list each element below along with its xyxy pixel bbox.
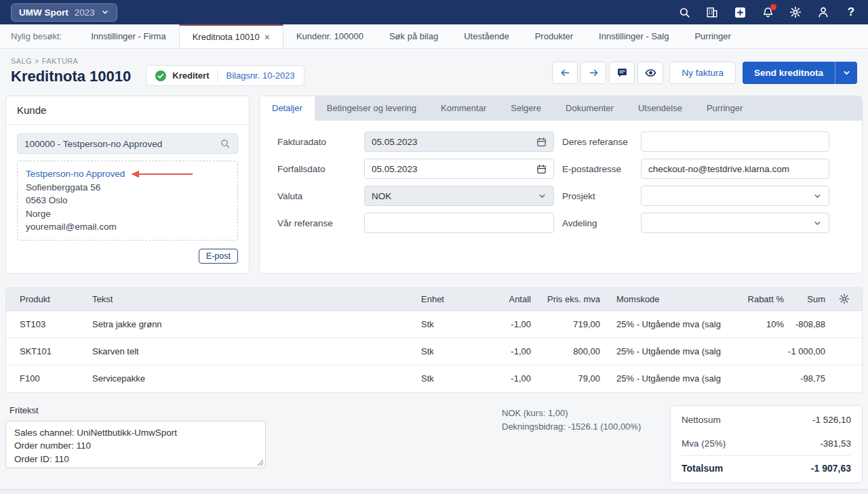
send-options-button[interactable] (835, 62, 857, 84)
chevron-down-icon (538, 192, 547, 201)
check-circle-icon (155, 70, 166, 81)
close-icon[interactable]: × (264, 32, 270, 43)
fritekst-label: Fritekst (9, 405, 266, 415)
fakturadato-input[interactable]: 05.05.2023 (364, 131, 554, 152)
fiscal-year: 2023 (75, 7, 95, 18)
recent-items: Innstillinger - Firma Kreditnota 10010 ×… (78, 24, 744, 48)
tab-betingelser-og-levering[interactable]: Betingelser og levering (315, 96, 429, 121)
recent-item-kreditnota-active[interactable]: Kreditnota 10010 × (179, 24, 283, 48)
tab-purringer[interactable]: Purringer (694, 96, 755, 121)
header-actions: Ny faktura Send kreditnota (552, 62, 857, 84)
nettosum-row: Nettosum -1 526,10 (682, 408, 851, 432)
user-icon[interactable] (817, 6, 829, 18)
recent-item-sok-pa-bilag[interactable]: Søk på bilag (376, 24, 451, 48)
tab-dokumenter[interactable]: Dokumenter (553, 96, 626, 121)
recent-item-produkter[interactable]: Produkter (522, 24, 586, 48)
customer-search-input[interactable]: 100000 - Testperson-no Approved (17, 133, 238, 154)
col-enhet: Enhet (421, 294, 475, 304)
col-tekst: Tekst (92, 294, 421, 304)
search-icon (220, 138, 231, 149)
deres-referanse-input[interactable] (641, 131, 829, 152)
send-creditnote-button[interactable]: Send kreditnota (743, 62, 835, 84)
details-tabs: Detaljer Betingelser og levering Komment… (260, 96, 862, 121)
totals-card: Nettosum -1 526,10 Mva (25%) -381,53 Tot… (670, 405, 863, 483)
notification-badge (770, 4, 776, 10)
help-icon[interactable]: ? (845, 6, 857, 18)
voucher-link[interactable]: Bilagsnr. 10-2023 (226, 70, 294, 81)
tab-kommentar[interactable]: Kommentar (429, 96, 498, 121)
chevron-down-icon (813, 219, 822, 228)
footer-section: Fritekst Sales channel: UniNettbutikk-Um… (0, 393, 868, 483)
new-invoice-button[interactable]: Ny faktura (669, 62, 736, 84)
table-row[interactable]: ST103 Setra jakke grønn Stk -1,00 719,00… (6, 311, 862, 338)
table-row[interactable]: F100 Servicepakke Stk -1,00 79,00 25% - … (6, 365, 862, 392)
status-badge: Kreditert (172, 70, 209, 81)
eye-icon (644, 67, 657, 79)
annotation-arrow (130, 170, 194, 178)
fritekst-textarea[interactable]: Sales channel: UniNettbutikk-UmwSport Or… (5, 421, 266, 468)
table-row[interactable]: SKT101 Skarven telt Stk -1,00 800,00 25%… (6, 338, 862, 365)
customer-panel-title: Kunde (6, 96, 249, 125)
company-register-icon[interactable] (706, 6, 718, 18)
customer-name-link[interactable]: Testperson-no Approved (26, 167, 125, 181)
tab-detaljer[interactable]: Detaljer (260, 96, 315, 121)
col-antall: Antall (475, 294, 531, 304)
recent-item-utestaende[interactable]: Utestående (451, 24, 522, 48)
address-line: Norge (26, 207, 229, 221)
next-button[interactable] (580, 62, 606, 84)
table-settings-button[interactable] (825, 293, 850, 304)
company-name: UMW Sport (19, 7, 68, 18)
avdeling-select[interactable] (641, 213, 829, 233)
prosjekt-label: Prosjekt (562, 191, 641, 201)
add-new-icon[interactable] (734, 6, 746, 18)
title-block: SALG>FAKTURA Kreditnota 10010 (11, 57, 131, 85)
tab-selgere[interactable]: Selgere (498, 96, 553, 121)
resize-handle[interactable] (257, 459, 264, 466)
epostadresse-input[interactable]: checkout-no@testdrive.klarna.com (641, 159, 829, 179)
recent-item-innstillinger-firma[interactable]: Innstillinger - Firma (78, 24, 179, 48)
avdeling-label: Avdeling (562, 218, 641, 228)
forfallsdato-input[interactable]: 05.05.2023 (364, 159, 554, 179)
breadcrumb: SALG>FAKTURA (11, 57, 131, 65)
var-referanse-label: Vår referanse (277, 218, 364, 228)
recent-item-purringer[interactable]: Purringer (682, 24, 743, 48)
topbar-icons: ? (678, 6, 857, 18)
col-pris: Pris eks. mva (531, 294, 600, 304)
chevron-down-icon (813, 192, 822, 201)
epostadresse-label: E-postadresse (562, 164, 641, 174)
totalsum-row: Totalsum -1 907,63 (682, 455, 851, 480)
comment-button[interactable] (609, 62, 635, 84)
search-icon[interactable] (678, 6, 690, 18)
prosjekt-select[interactable] (641, 186, 829, 206)
company-selector[interactable]: UMW Sport 2023 (11, 3, 117, 22)
pill-divider (217, 70, 218, 81)
address-line: youremail@email.com (26, 220, 229, 234)
notifications-icon[interactable] (762, 6, 774, 18)
customer-panel: Kunde 100000 - Testperson-no Approved Te… (5, 96, 250, 274)
valuta-select[interactable]: NOK (364, 186, 554, 206)
mva-row: Mva (25%) -381,53 (682, 432, 851, 455)
col-produkt: Produkt (20, 294, 92, 304)
recent-item-kundenr[interactable]: Kundenr. 100000 (283, 24, 376, 48)
settings-icon[interactable] (789, 6, 802, 18)
address-line: 0563 Oslo (26, 194, 229, 207)
email-button[interactable]: E-post (199, 249, 238, 264)
valuta-label: Valuta (277, 191, 364, 201)
chevron-down-icon (101, 8, 109, 16)
margin-info: Dekningsbidrag: -1526.1 (100,00%) (502, 420, 641, 434)
customer-address-box: Testperson-no Approved Sofienberggata 56… (17, 161, 238, 241)
recent-nav: Nylig besøkt: Innstillinger - Firma Kred… (0, 24, 868, 49)
page-header: SALG>FAKTURA Kreditnota 10010 Kreditert … (0, 49, 868, 86)
preview-button[interactable] (637, 62, 663, 84)
arrow-right-icon (590, 70, 597, 76)
previous-button[interactable] (552, 62, 578, 84)
col-rabatt: Rabatt % (729, 294, 784, 304)
recent-label: Nylig besøkt: (11, 31, 62, 41)
comment-icon (616, 67, 628, 79)
col-momskode: Momskode (600, 294, 729, 304)
recent-item-innstillinger-salg[interactable]: Innstillinger - Salg (586, 24, 682, 48)
deres-referanse-label: Deres referanse (562, 137, 641, 147)
tab-utsendelse[interactable]: Utsendelse (626, 96, 694, 121)
var-referanse-input[interactable] (364, 213, 554, 233)
status-pill: Kreditert Bilagsnr. 10-2023 (146, 65, 304, 86)
